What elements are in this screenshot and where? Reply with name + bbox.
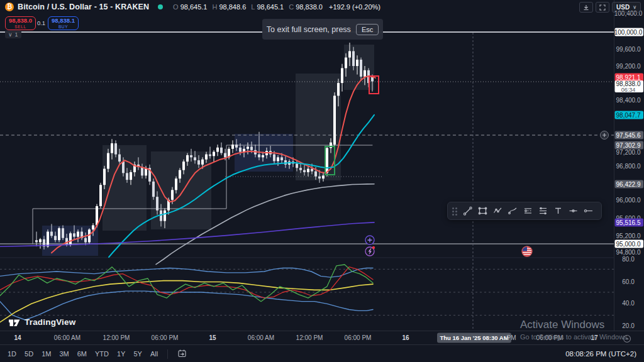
svg-text:99,200.0: 99,200.0 (616, 63, 641, 70)
svg-text:15: 15 (209, 334, 216, 341)
text-icon (553, 206, 564, 216)
high-value: 98,848.6 (219, 3, 246, 11)
svg-text:100,000.0: 100,000.0 (614, 29, 643, 36)
open-value: 98,645.1 (180, 3, 208, 11)
buy-button[interactable]: 98,838.1 BUY (48, 16, 79, 30)
svg-text:60.0: 60.0 (622, 278, 635, 285)
crosshair: Thu 16 Jan '25 08:30 AM (437, 33, 511, 343)
horizontal-line-icon (568, 206, 579, 216)
svg-text:98,400.0: 98,400.0 (616, 97, 641, 104)
horizontal-ray-tool[interactable] (580, 204, 596, 217)
brush-icon (508, 206, 518, 216)
rectangle-tool[interactable] (475, 204, 490, 217)
text-tool[interactable] (550, 204, 565, 217)
fullscreen-button[interactable] (596, 2, 609, 13)
svg-text:97,302.9: 97,302.9 (616, 142, 641, 149)
svg-text:95,200.0: 95,200.0 (616, 233, 641, 239)
price-axis: 100,400.099,600.099,200.098,400.097,200.… (601, 10, 644, 329)
currency-dropdown[interactable]: USD ∨ (612, 2, 641, 13)
polyline-tool[interactable] (490, 204, 505, 217)
svg-text:95,516.5: 95,516.5 (616, 219, 641, 226)
range-button-all[interactable]: All (150, 350, 158, 358)
fullscreen-icon (599, 4, 606, 11)
short-position-icon (538, 206, 548, 216)
zone-boxes (42, 45, 374, 256)
chart-icons (365, 236, 631, 343)
buy-label: BUY (58, 25, 68, 30)
session-clock[interactable]: 08:08:26 PM (UTC+2) (565, 350, 636, 358)
low-value: 98,645.1 (257, 3, 284, 11)
svg-text:98,047.7: 98,047.7 (616, 112, 641, 119)
signal-yellow-line (0, 281, 373, 322)
svg-text:95,000.0: 95,000.0 (616, 241, 641, 248)
rectangle-icon (477, 206, 488, 216)
svg-text:06:00 AM: 06:00 AM (54, 334, 80, 341)
svg-text:06:00 PM: 06:00 PM (536, 334, 564, 341)
toolbar-divider (167, 349, 168, 359)
range-button-6m[interactable]: 6M (77, 350, 87, 358)
chart-canvas[interactable]: Thu 16 Jan '25 08:30 AM100,400.099,600.0… (0, 0, 644, 362)
legend-collapse-chip[interactable]: ∨ 1 (5, 30, 21, 38)
high-label: H (212, 3, 217, 11)
svg-text:96,422.9: 96,422.9 (616, 181, 641, 188)
trend-line-tool[interactable] (460, 204, 475, 217)
instant-order-bolt-button[interactable] (365, 246, 375, 256)
svg-text:97,200.0: 97,200.0 (616, 149, 641, 156)
drag-handle[interactable] (451, 206, 458, 216)
tradingview-logo-text: TradingView (25, 317, 75, 327)
buy-price: 98,838.1 (52, 18, 75, 24)
tradingview-logo[interactable]: TradingView (8, 317, 75, 327)
tradingview-logo-icon (8, 317, 20, 327)
bottom-toolbar: 1D 5D 1M 3M 6M YTD 1Y 5Y All 08:08:26 PM… (0, 344, 644, 362)
svg-text:PM: PM (507, 334, 516, 341)
fullscreen-toast: To exit full screen, press Esc (262, 19, 383, 40)
range-button-5d[interactable]: 5D (25, 350, 33, 358)
chevron-down-icon: ∨ (8, 31, 13, 38)
download-button[interactable] (579, 2, 593, 13)
brush-tool[interactable] (505, 204, 520, 217)
long-position-tool[interactable] (520, 204, 535, 217)
drawing-toolbar (447, 202, 602, 220)
symbol-title[interactable]: Bitcoin / U.S. Dollar - 15 - KRAKEN (18, 3, 149, 11)
horizontal-line-tool[interactable] (565, 204, 580, 217)
time-axis: 1406:00 AM12:00 PM06:00 PM1506:00 AM12:0… (14, 334, 598, 341)
axis-settings-target-icon[interactable] (624, 336, 631, 343)
short-position-tool[interactable] (535, 204, 550, 217)
svg-text:14: 14 (14, 334, 21, 341)
svg-text:16: 16 (402, 334, 409, 341)
svg-text:12:00 PM: 12:00 PM (296, 334, 323, 341)
range-button-3m[interactable]: 3M (59, 350, 69, 358)
legend-count: 1 (15, 31, 18, 38)
svg-text:06:34: 06:34 (621, 87, 636, 93)
ohlc-values: O 98,645.1 H 98,848.6 L 98,645.1 C 98,83… (173, 3, 380, 11)
sell-button[interactable]: 98,838.0 SELL (5, 16, 36, 30)
polyline-icon (492, 206, 503, 216)
svg-text:97,545.6: 97,545.6 (616, 132, 641, 139)
svg-text:06:00 PM: 06:00 PM (152, 334, 179, 341)
range-button-1d[interactable]: 1D (8, 350, 16, 358)
svg-text:94,800.0: 94,800.0 (616, 249, 641, 256)
range-button-1m[interactable]: 1M (42, 350, 51, 358)
quick-trade-plus-button[interactable] (365, 236, 374, 244)
go-to-date-button[interactable] (177, 349, 187, 359)
range-button-1y[interactable]: 1Y (117, 350, 125, 358)
trend-line-icon (462, 206, 473, 216)
sell-price: 98,838.0 (9, 18, 32, 24)
bitcoin-icon: ₿ (5, 3, 14, 11)
svg-text:06:00 PM: 06:00 PM (345, 334, 372, 341)
symbol-header: ₿ Bitcoin / U.S. Dollar - 15 - KRAKEN O … (0, 0, 380, 13)
range-button-ytd[interactable]: YTD (95, 350, 109, 358)
us-flag-icon[interactable] (522, 246, 532, 256)
top-right-controls: USD ∨ (579, 2, 641, 13)
add-alert-plus-button[interactable] (601, 131, 609, 140)
sell-label: SELL (14, 25, 26, 30)
calendar-icon (177, 349, 187, 358)
svg-text:96,000.0: 96,000.0 (616, 197, 641, 204)
svg-text:Thu 16 Jan '25 08:30 AM: Thu 16 Jan '25 08:30 AM (440, 334, 508, 341)
range-button-5y[interactable]: 5Y (133, 350, 142, 358)
spread-value: 0.1 (36, 19, 47, 26)
svg-text:99,600.0: 99,600.0 (616, 46, 641, 53)
chevron-down-icon: ∨ (633, 4, 636, 10)
market-open-dot-icon[interactable] (158, 4, 163, 9)
change-value: +192.9 (+0.20%) (329, 3, 380, 11)
